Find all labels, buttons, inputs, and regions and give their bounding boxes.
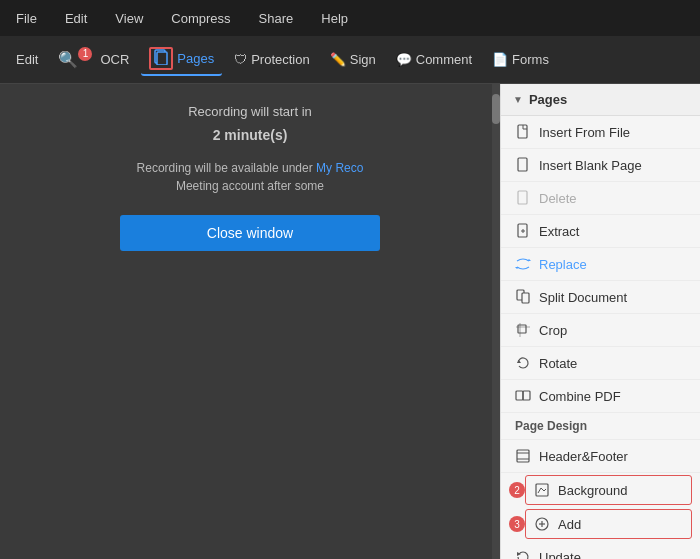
- crop-item[interactable]: Crop: [501, 314, 700, 347]
- left-scroll-thumb[interactable]: [492, 94, 500, 124]
- add-row: 3 Add: [501, 507, 700, 541]
- protection-icon: 🛡: [234, 52, 247, 67]
- recording-info-line1: Recording will be available under: [137, 161, 313, 175]
- toolbar-forms[interactable]: 📄 Forms: [484, 48, 557, 71]
- add-badge: 3: [509, 516, 525, 532]
- update-item[interactable]: Update: [501, 541, 700, 559]
- background-badge: 2: [509, 482, 525, 498]
- insert-blank-page-icon: [515, 157, 531, 173]
- pages-label: Pages: [177, 51, 214, 66]
- ocr-badge: 1: [78, 47, 92, 61]
- comment-label: Comment: [416, 52, 472, 67]
- insert-from-file-label: Insert From File: [539, 125, 630, 140]
- extract-item[interactable]: Extract: [501, 215, 700, 248]
- crop-label: Crop: [539, 323, 567, 338]
- delete-icon: [515, 190, 531, 206]
- insert-from-file-item[interactable]: Insert From File: [501, 116, 700, 149]
- background-item[interactable]: Background: [525, 475, 692, 505]
- split-document-label: Split Document: [539, 290, 627, 305]
- svg-rect-14: [517, 450, 529, 462]
- close-window-button[interactable]: Close window: [120, 215, 380, 251]
- rotate-label: Rotate: [539, 356, 577, 371]
- background-label: Background: [558, 483, 627, 498]
- pages-section-label: Pages: [529, 92, 567, 107]
- menu-edit[interactable]: Edit: [59, 7, 93, 30]
- toolbar-comment[interactable]: 💬 Comment: [388, 48, 480, 71]
- forms-label: Forms: [512, 52, 549, 67]
- split-document-icon: [515, 289, 531, 305]
- crop-icon: [515, 322, 531, 338]
- comment-icon: 💬: [396, 52, 412, 67]
- ocr-icon: 🔍: [58, 50, 78, 69]
- combine-pdf-icon: [515, 388, 531, 404]
- left-panel: Recording will start in 2 minute(s) Reco…: [0, 84, 500, 559]
- background-row: 2 Background: [501, 473, 700, 507]
- add-item[interactable]: Add: [525, 509, 692, 539]
- insert-blank-page-item[interactable]: Insert Blank Page: [501, 149, 700, 182]
- update-icon: [515, 549, 531, 559]
- extract-icon: [515, 223, 531, 239]
- menu-compress[interactable]: Compress: [165, 7, 236, 30]
- forms-icon: 📄: [492, 52, 508, 67]
- replace-item[interactable]: Replace: [501, 248, 700, 281]
- svg-rect-9: [522, 293, 529, 303]
- menu-file[interactable]: File: [10, 7, 43, 30]
- svg-rect-17: [536, 484, 548, 496]
- add-icon: [534, 516, 550, 532]
- main-area: Recording will start in 2 minute(s) Reco…: [0, 84, 700, 559]
- left-scrollbar[interactable]: [492, 84, 500, 559]
- sign-icon: ✏️: [330, 52, 346, 67]
- combine-pdf-item[interactable]: Combine PDF: [501, 380, 700, 413]
- recording-info-line2: Meeting account after some: [176, 179, 324, 193]
- rotate-item[interactable]: Rotate: [501, 347, 700, 380]
- extract-label: Extract: [539, 224, 579, 239]
- svg-rect-13: [523, 391, 530, 400]
- header-footer-label: Header&Footer: [539, 449, 628, 464]
- toolbar-sign[interactable]: ✏️ Sign: [322, 48, 384, 71]
- menu-share[interactable]: Share: [253, 7, 300, 30]
- replace-label: Replace: [539, 257, 587, 272]
- toolbar-edit[interactable]: Edit: [8, 48, 46, 71]
- pages-section-header: Pages: [501, 84, 700, 116]
- menu-view[interactable]: View: [109, 7, 149, 30]
- toolbar-protection[interactable]: 🛡 Protection: [226, 48, 318, 71]
- svg-rect-12: [516, 391, 523, 400]
- protection-label: Protection: [251, 52, 310, 67]
- ocr-label: OCR: [100, 52, 129, 67]
- svg-rect-3: [518, 158, 527, 171]
- delete-item: Delete: [501, 182, 700, 215]
- pages-dropdown: Pages Insert From File Insert Blank Page…: [500, 84, 700, 559]
- svg-rect-10: [518, 325, 526, 333]
- insert-blank-page-label: Insert Blank Page: [539, 158, 642, 173]
- rotate-icon: [515, 355, 531, 371]
- menu-help[interactable]: Help: [315, 7, 354, 30]
- recording-info: Recording will be available under My Rec…: [137, 159, 364, 195]
- split-document-item[interactable]: Split Document: [501, 281, 700, 314]
- sign-label: Sign: [350, 52, 376, 67]
- toolbar-pages[interactable]: Pages: [141, 43, 222, 76]
- svg-rect-1: [157, 52, 167, 65]
- insert-from-file-icon: [515, 124, 531, 140]
- delete-label: Delete: [539, 191, 577, 206]
- add-label: Add: [558, 517, 581, 532]
- replace-icon: [515, 256, 531, 272]
- svg-rect-4: [518, 191, 527, 204]
- recording-header: Recording will start in: [188, 104, 312, 119]
- toolbar: Edit 🔍 1 OCR Pages 🛡 Protection ✏️ Sign …: [0, 36, 700, 84]
- time-display: 2 minute(s): [213, 127, 288, 143]
- pages-icon: [149, 47, 173, 70]
- menu-bar: File Edit View Compress Share Help: [0, 0, 700, 36]
- toolbar-ocr[interactable]: 🔍 1 OCR: [50, 46, 137, 73]
- update-label: Update: [539, 550, 581, 560]
- header-footer-item[interactable]: Header&Footer: [501, 440, 700, 473]
- header-footer-icon: [515, 448, 531, 464]
- edit-label: Edit: [16, 52, 38, 67]
- my-reco-link[interactable]: My Reco: [316, 161, 363, 175]
- page-design-label: Page Design: [515, 419, 587, 433]
- page-design-section: Page Design: [501, 413, 700, 440]
- background-icon: [534, 482, 550, 498]
- combine-pdf-label: Combine PDF: [539, 389, 621, 404]
